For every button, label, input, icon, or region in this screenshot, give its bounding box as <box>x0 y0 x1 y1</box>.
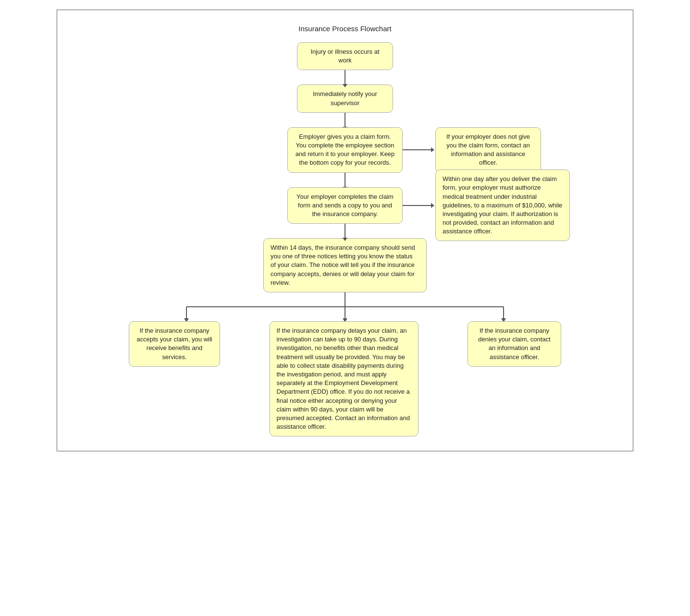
side-connector-4: Within one day after you deliver the cla… <box>403 169 570 241</box>
h-arrow-line-3 <box>403 149 431 150</box>
node-14days: Within 14 days, the insurance company sh… <box>263 238 427 292</box>
arrow-2 <box>345 113 345 127</box>
page-title: Insurance Process Flowchart <box>67 24 623 33</box>
branch-svg <box>129 292 561 321</box>
node-delayed: If the insurance company delays your cla… <box>270 321 419 436</box>
bottom-row: If the insurance company accepts your cl… <box>129 321 561 436</box>
arrow-4 <box>345 224 345 238</box>
page-container: Insurance Process Flowchart Injury or il… <box>57 10 633 451</box>
row-3: Employer gives you a claim form. You com… <box>67 127 623 173</box>
arrow-1 <box>345 70 345 85</box>
node-denied: If the insurance company denies your cla… <box>468 321 561 367</box>
flowchart: Injury or illness occurs at work Immedia… <box>67 42 623 436</box>
node-claim-form-side: If your employer does not give you the c… <box>435 127 541 173</box>
side-connector-3: If your employer does not give you the c… <box>403 127 541 173</box>
node-employer-completes: Your employer completes the claim form a… <box>287 187 403 224</box>
node-claim-form: Employer gives you a claim form. You com… <box>287 127 403 173</box>
row-4: Your employer completes the claim form a… <box>67 187 623 224</box>
node-injury: Injury or illness occurs at work <box>297 42 393 70</box>
node-notify: Immediately notify your supervisor <box>297 85 393 112</box>
node-accepted: If the insurance company accepts your cl… <box>129 321 220 367</box>
h-arrow-line-4 <box>403 205 431 206</box>
arrow-3 <box>345 173 345 187</box>
node-employer-completes-side: Within one day after you deliver the cla… <box>435 169 570 241</box>
